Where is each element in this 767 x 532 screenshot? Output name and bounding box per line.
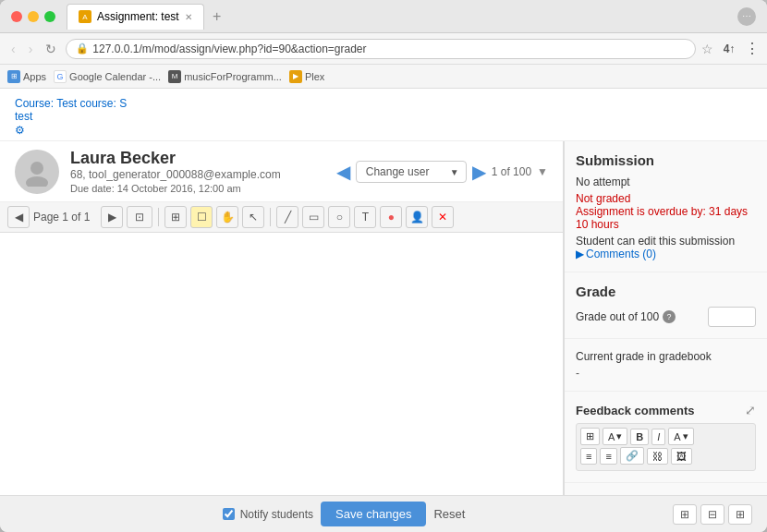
notify-students-text: Notify students [240,508,313,521]
notify-students-checkbox[interactable] [223,508,235,520]
toolbar-grid-button[interactable]: ⊞ [164,206,187,228]
view-layout-1-button[interactable]: ⊞ [673,504,697,525]
toolbar-cursor-button[interactable]: ✋ [216,206,238,228]
notify-students-label: Notify students [223,508,313,521]
prev-user-button[interactable]: ◀ [336,161,350,183]
toolbar-next-page-button[interactable]: ▶ [101,206,123,228]
url-text: 127.0.0.1/m/mod/assign/view.php?id=90&ac… [92,42,686,55]
toolbar-arrow-button[interactable]: ↖ [242,206,264,228]
svg-point-0 [30,162,43,175]
feedback-expand-button[interactable]: ⤢ [745,403,756,417]
tab-area: A Assignment: test ✕ + [67,4,737,30]
reload-button[interactable]: ↻ [42,40,60,58]
chevron-right-icon: ▶ [576,248,584,260]
tab-favicon: A [79,10,91,23]
toolbar-prev-page-button[interactable]: ◀ [7,206,30,228]
grade-out-of-label: Grade out of 100 ? [576,310,676,323]
grade-section: Grade Grade out of 100 ? [565,272,767,339]
bookmark-google-calendar[interactable]: G Google Calendar -... [54,70,161,83]
toolbar-highlight-button[interactable]: ☐ [190,206,213,228]
feedback-font-button[interactable]: A ▾ [603,428,627,445]
grade-input[interactable] [708,307,756,327]
feedback-toolbar-row-2: ≡ ≡ 🔗 ⛓ 🖼 [580,447,751,465]
bookmark-apps[interactable]: ⊞ Apps [7,70,46,83]
url-bar[interactable]: 🔒 127.0.0.1/m/mod/assign/view.php?id=90&… [66,39,696,59]
lock-icon: 🔒 [76,42,89,54]
user-name: Laura Becker [70,149,325,168]
feedback-unlink-button[interactable]: ⛓ [647,448,668,465]
feedback-italic-button[interactable]: I [651,429,665,445]
toolbar-stamp-button[interactable]: 👤 [406,206,428,228]
no-attempt-label: No attempt [576,175,756,188]
view-layout-3-button[interactable]: ⊞ [728,504,752,525]
settings-gear-icon[interactable]: ⚙ [15,124,25,137]
page-indicator: Page 1 of 1 [33,211,90,224]
submission-section: Submission No attempt Not graded Assignm… [565,141,767,272]
new-tab-button[interactable]: + [208,7,226,26]
minimize-button[interactable] [28,11,39,22]
comments-link[interactable]: ▶ Comments (0) [576,248,756,260]
bookmark-apps-label: Apps [23,71,46,82]
toolbar-circle-button[interactable]: ○ [328,206,350,228]
window-menu-button[interactable]: ⋯ [737,7,756,26]
not-graded-label: Not graded [576,192,756,205]
left-panel: Laura Becker 68, tool_generator_000088@e… [0,141,564,495]
maximize-button[interactable] [44,11,55,22]
feedback-image-button[interactable]: 🖼 [671,448,692,465]
filter-icon: ▼ [537,165,548,178]
forward-button[interactable]: › [25,40,37,58]
main-layout: Laura Becker 68, tool_generator_000088@e… [0,141,767,495]
feedback-section: Feedback comments ⤢ ⊞ A ▾ B I A ▾ ≡ [565,392,767,483]
active-tab[interactable]: A Assignment: test ✕ [67,4,204,30]
bottom-right: ⊞ ⊟ ⊞ [673,504,752,525]
reset-button[interactable]: Reset [433,507,465,521]
change-user-select[interactable]: Change user [356,161,467,183]
feedback-table-button[interactable]: ⊞ [580,428,600,445]
close-button[interactable] [11,11,22,22]
feedback-toolbar-row-1: ⊞ A ▾ B I A ▾ [580,428,751,445]
tab-close-icon[interactable]: ✕ [185,12,192,22]
user-email: 68, tool_generator_000088@example.com [70,168,325,181]
feedback-link-button[interactable]: 🔗 [620,447,644,465]
feedback-bullet-list-button[interactable]: ≡ [580,448,597,465]
overdue-label: Assignment is overdue by: 31 days 10 hou… [576,205,756,231]
toolbar-pen-button[interactable]: ● [380,206,402,228]
browser-menu-button[interactable]: ⋮ [745,40,760,57]
grade-help-icon[interactable]: ? [663,310,676,323]
test-breadcrumb-link[interactable]: test [15,110,752,123]
bookmark-google-calendar-label: Google Calendar -... [69,71,161,82]
extensions-button[interactable]: 4↑ [719,39,739,59]
can-edit-label: Student can edit this submission [576,235,756,248]
right-panel: Submission No attempt Not graded Assignm… [564,141,767,495]
next-user-button[interactable]: ▶ [472,161,486,183]
comments-label: Comments (0) [586,248,656,260]
submission-title: Submission [576,152,756,168]
svg-point-1 [26,176,48,187]
feedback-bold-button[interactable]: B [630,429,649,445]
current-grade-title: Current grade in gradebook [576,350,756,363]
change-user-select-wrap: Change user ▼ [356,161,467,183]
toolbar-fit-page-button[interactable]: ⊡ [127,206,152,228]
traffic-lights [11,11,55,22]
bookmark-plex[interactable]: ▶ Plex [289,70,324,83]
bookmark-star-button[interactable]: ☆ [701,42,713,56]
current-grade-section: Current grade in gradebook - [565,339,767,392]
bookmark-musicforprogramm[interactable]: M musicForProgramm... [168,70,282,83]
toolbar-delete-button[interactable]: ✕ [432,206,454,228]
apps-icon: ⊞ [7,70,20,83]
user-count: 1 of 100 [492,165,531,178]
current-grade-value: - [576,367,756,380]
toolbar-rect-button[interactable]: ▭ [302,206,324,228]
feedback-numbered-list-button[interactable]: ≡ [600,448,616,465]
feedback-fontcolor-button[interactable]: A ▾ [668,428,693,445]
course-breadcrumb-link[interactable]: Course: Test course: S [15,97,127,110]
toolbar-text-button[interactable]: T [354,206,376,228]
toolbar-separator-1 [158,208,159,226]
address-bar: ‹ › ↻ 🔒 127.0.0.1/m/mod/assign/view.php?… [0,33,767,65]
save-changes-button[interactable]: Save changes [321,502,426,526]
toolbar-line-button[interactable]: ╱ [276,206,298,228]
tab-title: Assignment: test [97,10,179,23]
back-button[interactable]: ‹ [7,40,19,58]
view-layout-2-button[interactable]: ⊟ [700,504,724,525]
title-bar: A Assignment: test ✕ + ⋯ [0,0,767,33]
